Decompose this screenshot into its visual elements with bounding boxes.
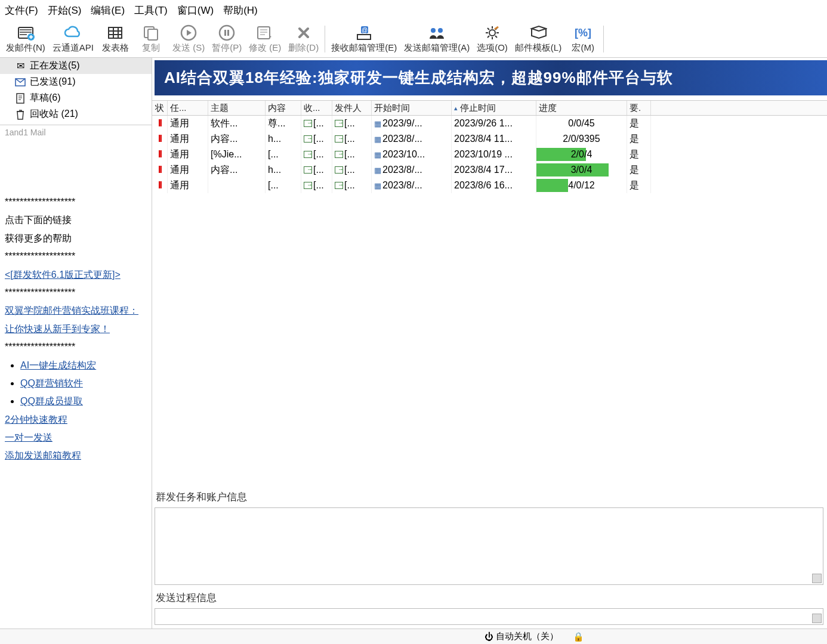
toolbar-label: 邮件模板(L) [515,42,561,54]
col-status[interactable]: 状 [152,101,168,115]
toolbar-label: 接收邮箱管理(E) [331,42,397,54]
svg-rect-17 [227,30,229,36]
table-row[interactable]: II通用软件...尊...[...[...▦2023/9/...2023/9/2… [152,116,827,131]
gear-icon [484,24,501,41]
cell-progress: 3/0/4 [536,162,627,178]
pause-icon [218,24,235,41]
play-icon [180,24,197,41]
menu-bar: 文件(F) 开始(S) 编辑(E) 工具(T) 窗口(W) 帮助(H) [0,0,827,21]
cell-start: ▦2023/8/... [372,162,452,178]
cell-start: ▦2023/10... [372,147,452,162]
cloud-api-button[interactable]: 云通道API [49,22,97,56]
template-button[interactable]: 邮件模板(L) [511,22,565,56]
cell-required: 是 [627,162,651,178]
send-mail-button[interactable]: 发邮件(N) [2,22,49,56]
folder-sending[interactable]: ✉ 正在发送(5) [0,58,152,74]
folder-sent[interactable]: 已发送(91) [0,74,152,90]
col-subject[interactable]: 主题 [208,101,266,115]
menu-edit[interactable]: 编辑(E) [91,4,125,17]
folder-draft[interactable]: 草稿(6) [0,90,152,106]
svg-rect-7 [114,32,118,34]
link-add-smtp[interactable]: 添加发送邮箱教程 [5,450,81,460]
calendar-icon: ▦ [374,150,381,159]
menu-window[interactable]: 窗口(W) [177,4,214,17]
col-task[interactable]: 任... [168,101,208,115]
folder-label: 草稿(6) [30,92,61,104]
macro-button[interactable]: [%] 宏(M) [565,22,601,56]
menu-tools[interactable]: 工具(T) [134,4,168,17]
calendar-icon: ▦ [374,119,381,128]
table-row[interactable]: II通用内容...h...[...[...▦2023/8/...2023/8/4… [152,131,827,147]
link-quick-tutorial[interactable]: 2分钟快速教程 [5,414,67,425]
toolbar-label: 发邮件(N) [6,42,45,54]
col-stop-time[interactable]: ▴停止时间 [452,101,536,115]
col-required[interactable]: 要. [627,101,651,115]
send-log-box [155,608,823,625]
list-icon [304,182,312,189]
cell-task: 通用 [168,131,208,147]
options-button[interactable]: 选项(O) [473,22,511,56]
col-content[interactable]: 内容 [266,101,301,115]
menu-start[interactable]: 开始(S) [48,4,82,17]
cell-sender: [... [332,131,372,147]
link-update[interactable]: <[群发软件6.1版正式更新]> [5,270,121,280]
scroll-handle[interactable] [812,614,822,623]
col-start-time[interactable]: 开始时间 [372,101,452,115]
copy-button[interactable]: 复制 [133,22,169,56]
table-row[interactable]: II通用[%Jie...[...[...[...▦2023/10...2023/… [152,147,827,162]
folder-trash[interactable]: 回收站 (21) [0,106,152,122]
delete-icon [296,24,311,41]
link-qq-marketing[interactable]: QQ群营销软件 [20,378,83,388]
svg-rect-10 [114,35,118,38]
svg-rect-27 [17,94,24,103]
menu-help[interactable]: 帮助(H) [223,4,258,17]
envelope-open-icon: ✉ [14,60,26,72]
table-row[interactable]: II通用内容...h...[...[...▦2023/8/...2023/8/4… [152,162,827,178]
cell-required: 是 [627,147,651,162]
help-panel: ******************* 点击下面的链接 获得更多的帮助 ****… [0,187,152,628]
scroll-handle[interactable] [812,574,822,583]
menu-file[interactable]: 文件(F) [5,4,38,17]
macro-icon: [%] [574,24,592,41]
link-qq-members[interactable]: QQ群成员提取 [20,396,83,406]
col-recipient[interactable]: 收... [301,101,332,115]
svg-point-15 [220,26,234,40]
send-button[interactable]: 发送 (S) [169,22,208,56]
cell-sender: [... [332,178,372,193]
link-ai-macro[interactable]: AI一键生成结构宏 [20,360,96,370]
cell-recipient: [... [301,178,332,193]
content-area: AI结合双翼18年经验:独家研发一键生成结构宏，超越99%邮件平台与软 状 任.… [152,58,827,628]
send-account-button[interactable]: 发送邮箱管理(A) [400,22,473,56]
cell-task: 通用 [168,147,208,162]
svg-rect-21 [357,35,371,39]
toolbar-separator [603,26,604,52]
cell-start: ▦2023/8/... [372,131,452,147]
table-row[interactable]: II通用[...[...[...▦2023/8/...2023/8/6 16..… [152,178,827,193]
cell-subject: 内容... [208,131,266,147]
cell-subject: [%Jie... [208,147,266,162]
link-one-to-one[interactable]: 一对一发送 [5,432,53,442]
template-icon [529,24,547,41]
cell-subject: 软件... [208,116,266,131]
send-table-button[interactable]: 发表格 [97,22,133,56]
pause-button[interactable]: 暂停(P) [208,22,245,56]
delete-button[interactable]: 删除(D) [285,22,322,56]
link-course[interactable]: 双翼学院邮件营销实战班课程：让你快速从新手到专家！ [5,305,138,333]
status-bar: ⏻ 自动关机（关） 🔒 [0,628,827,644]
cell-content: h... [266,162,301,178]
cell-task: 通用 [168,162,208,178]
col-sender[interactable]: 发件人 [332,101,372,115]
recv-account-button[interactable]: @ 接收邮箱管理(E) [328,22,400,56]
folder-list: ✉ 正在发送(5) 已发送(91) 草稿(6) 回收站 (21) [0,58,152,125]
divider-stars: ******************* [5,338,147,356]
cell-stop: 2023/9/26 1... [452,116,536,131]
toolbar-label: 删除(D) [288,42,319,54]
paused-icon: II [158,134,161,144]
modify-button[interactable]: 修改 (E) [245,22,285,56]
col-progress[interactable]: 进度 [536,101,627,115]
edit-icon [256,24,274,41]
status-auto-shutdown[interactable]: ⏻ 自动关机（关） [485,631,558,642]
grid-header: 状 任... 主题 内容 收... 发件人 开始时间 ▴停止时间 进度 要. [152,100,827,116]
promo-banner[interactable]: AI结合双翼18年经验:独家研发一键生成结构宏，超越99%邮件平台与软 [155,60,827,95]
inbox-icon: @ [355,24,373,41]
